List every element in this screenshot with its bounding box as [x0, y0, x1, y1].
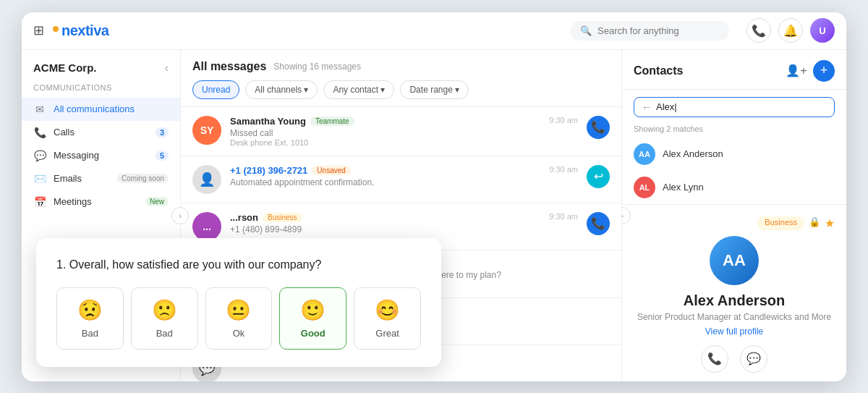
sidebar-label-calls: Calls: [54, 127, 148, 138]
survey-option-bad1[interactable]: 😟 Bad: [56, 287, 124, 350]
contact-result-name: Alex Anderson: [663, 148, 723, 159]
message-preview: Missed call: [230, 128, 540, 138]
sidebar-item-all-communications[interactable]: ✉ All communications: [22, 98, 180, 121]
filter-channels[interactable]: All channels ▾: [245, 80, 318, 99]
calls-badge: 3: [156, 127, 169, 138]
filter-unread[interactable]: Unread: [192, 80, 239, 99]
good-label: Good: [301, 328, 326, 339]
message-body: +1 (218) 396-2721 Unsaved Automated appo…: [230, 165, 540, 187]
sidebar-toggle-btn[interactable]: ›: [171, 207, 189, 224]
logo: nextiva: [53, 22, 109, 39]
search-back-icon[interactable]: ←: [642, 101, 652, 113]
call-action-btn2[interactable]: 📞: [587, 212, 610, 235]
lock-icon: 🔒: [809, 216, 820, 230]
contacts-title: Contacts: [634, 64, 683, 77]
survey-options: 😟 Bad 🙁 Bad 😐 Ok 🙂 Good 😊 Great: [56, 287, 421, 350]
top-icons: 📞 🔔 U: [746, 18, 835, 43]
avatar: ...: [192, 212, 221, 241]
phone-number: +1 (218) 396-2721: [230, 165, 307, 176]
contact-card: Business 🔒 ★ AA Alex Anderson Senior Pro…: [622, 204, 846, 381]
sidebar-collapse-arrow[interactable]: ‹: [165, 62, 169, 75]
contact-result-avatar2: AL: [634, 177, 655, 198]
contact-card-tags: Business 🔒 ★: [634, 216, 835, 230]
message-item[interactable]: SY Samantha Young Teammate Missed call D…: [181, 107, 621, 156]
contact-actions-row: 📞 💬: [634, 345, 835, 373]
search-input[interactable]: [597, 25, 719, 36]
contacts-panel: › Contacts 👤+ + ← Showing 2 matches AA A: [622, 50, 846, 381]
message-time: 9:30 am: [549, 165, 578, 174]
contacts-icons: 👤+ +: [786, 60, 835, 82]
user-avatar[interactable]: U: [810, 18, 835, 43]
bad1-emoji: 😟: [77, 298, 103, 322]
app-container: ⊞ nextiva 🔍 📞 🔔 U ACME Corp. ‹ Communica…: [22, 12, 846, 381]
great-emoji: 😊: [375, 298, 400, 322]
contact-call-btn[interactable]: 📞: [701, 345, 728, 373]
bad2-emoji: 🙁: [152, 298, 177, 322]
search-bar[interactable]: 🔍: [570, 21, 729, 41]
star-icon[interactable]: ★: [825, 216, 835, 230]
sidebar-item-meetings[interactable]: 📅 Meetings New: [22, 190, 180, 214]
survey-question: 1. Overall, how satisfied are you with o…: [56, 258, 421, 271]
logo-dot: [53, 26, 59, 32]
survey-option-great[interactable]: 😊 Great: [354, 287, 421, 350]
message-panel-header: All messages Showing 16 messages Unread …: [181, 50, 621, 107]
message-preview: +1 (480) 899-4899: [230, 224, 540, 234]
contact-result-alex-lynn[interactable]: AL Alex Lynn: [622, 171, 846, 204]
ok-emoji: 😐: [226, 298, 251, 322]
sidebar-item-messaging[interactable]: 💬 Messaging 5: [22, 144, 180, 167]
sidebar-label-meetings: Meetings: [54, 196, 138, 207]
messages-title: All messages: [192, 60, 266, 73]
messages-count: Showing 16 messages: [273, 62, 361, 72]
message-time: 9:30 am: [549, 116, 578, 124]
sidebar-item-calls[interactable]: 📞 Calls 3: [22, 121, 180, 144]
contacts-add-btn[interactable]: +: [813, 60, 835, 82]
emails-icon: ✉️: [33, 173, 46, 185]
message-preview: Automated appointment confirmation.: [230, 177, 540, 187]
sender-name: ...rson: [230, 212, 258, 223]
message-body: Samantha Young Teammate Missed call Desk…: [230, 116, 540, 147]
message-item[interactable]: 👤 +1 (218) 396-2721 Unsaved Automated ap…: [181, 156, 621, 203]
contacts-search-row: ←: [622, 90, 846, 124]
contact-card-avatar: AA: [710, 236, 759, 285]
sidebar-item-emails[interactable]: ✉️ Emails Coming soon: [22, 167, 180, 190]
contacts-search-input[interactable]: [656, 101, 827, 112]
view-profile-link[interactable]: View full profile: [634, 326, 835, 337]
bad1-label: Bad: [82, 328, 98, 339]
survey-option-ok[interactable]: 😐 Ok: [205, 287, 273, 350]
contact-result-alex-anderson[interactable]: AA Alex Anderson: [622, 138, 846, 171]
sidebar-header: ACME Corp. ‹: [22, 62, 180, 83]
all-comms-icon: ✉: [33, 103, 46, 115]
sender-name: Samantha Young: [230, 116, 306, 127]
sidebar-label-all-comms: All communications: [54, 103, 169, 114]
survey-option-good[interactable]: 🙂 Good: [279, 287, 346, 350]
emails-badge: Coming soon: [117, 174, 169, 183]
contacts-search-box[interactable]: ←: [634, 97, 835, 117]
grid-icon[interactable]: ⊞: [33, 22, 44, 38]
contact-result-name2: Alex Lynn: [663, 182, 704, 193]
messaging-badge: 5: [156, 151, 169, 161]
top-bar: ⊞ nextiva 🔍 📞 🔔 U: [22, 12, 846, 50]
contacts-add-person-icon[interactable]: 👤+: [786, 60, 807, 82]
company-name: ACME Corp.: [33, 62, 97, 74]
filter-date[interactable]: Date range ▾: [400, 80, 469, 99]
phone-icon-btn[interactable]: 📞: [746, 18, 771, 43]
call-action-btn[interactable]: 📞: [587, 116, 610, 139]
bad2-label: Bad: [156, 328, 173, 339]
meetings-icon: 📅: [33, 196, 46, 208]
logo-text: nextiva: [61, 22, 109, 39]
filter-contact[interactable]: Any contact ▾: [323, 80, 394, 99]
message-subtext: Desk phone Ext. 1010: [230, 138, 540, 147]
contact-message-btn[interactable]: 💬: [740, 345, 767, 373]
sidebar-label-emails: Emails: [54, 173, 110, 184]
unsaved-badge: Unsaved: [312, 166, 350, 175]
meetings-badge: New: [145, 197, 169, 206]
bell-icon-btn[interactable]: 🔔: [778, 18, 803, 43]
message-time: 9:30 am: [549, 212, 578, 221]
messaging-icon: 💬: [33, 150, 46, 161]
survey-option-bad2[interactable]: 🙁 Bad: [131, 287, 198, 350]
business-badge: Business: [263, 213, 302, 222]
sidebar-label-messaging: Messaging: [54, 150, 148, 161]
calls-icon: 📞: [33, 127, 46, 138]
reply-action-btn[interactable]: ↩: [587, 165, 610, 188]
teammate-badge: Teammate: [310, 117, 354, 126]
